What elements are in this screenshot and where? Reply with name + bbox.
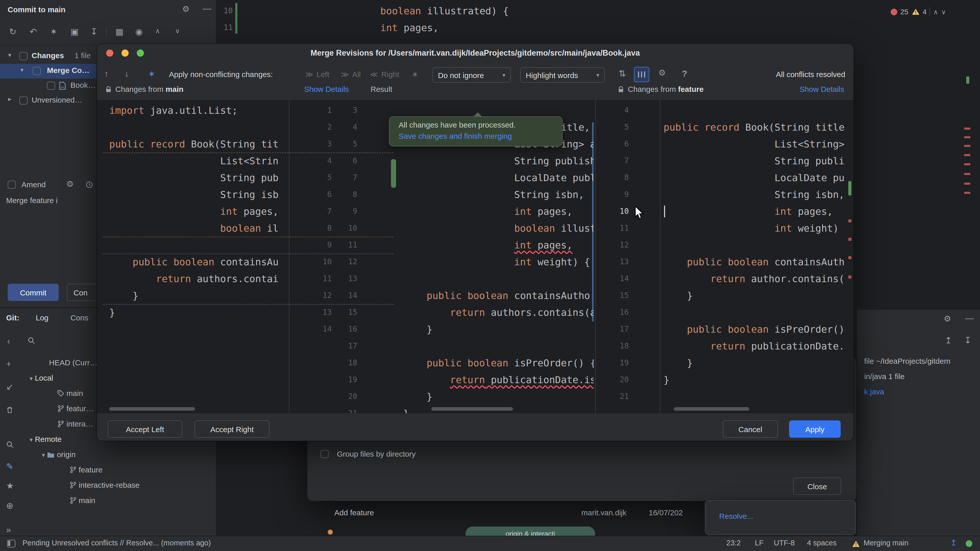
chevron-down-icon[interactable]: ∨ [941,8,946,15]
back-icon[interactable]: ‹ [7,337,10,345]
gear-icon[interactable]: ⚙ [182,5,189,13]
next-change-icon[interactable]: ↓ [124,69,129,78]
edit-icon[interactable]: ✎ [6,462,14,471]
resolve-magic-wand-icon[interactable]: ✶ [148,69,156,79]
notification-dot-icon[interactable] [966,540,972,547]
branch-row-feature[interactable]: featur… [57,402,94,416]
cancel-button[interactable]: Cancel [723,421,778,438]
branch-row-origin-main[interactable]: main [69,493,95,508]
tab-log[interactable]: Log [36,313,48,322]
branch-row-interactive[interactable]: intera… [57,417,93,431]
branch-row-head[interactable]: HEAD (Curr… [49,356,97,370]
branch-group-origin[interactable]: ▾ origin [42,448,76,462]
chevron-down-icon: ▾ [503,72,505,78]
chevron-down-icon[interactable]: ▾ [21,67,24,73]
commit-and-push-button[interactable]: Con [67,284,100,301]
save-and-finish-link[interactable]: Save changes and finish merging [399,132,512,140]
unversioned-checkbox[interactable] [19,97,27,105]
chevron-up-icon[interactable]: ∧ [933,8,938,15]
chevron-down-icon[interactable]: ▾ [8,52,11,58]
branch-row-main[interactable]: main [57,386,83,400]
search-icon[interactable] [27,337,35,345]
history-clock-icon[interactable] [86,181,93,188]
apply-left-label[interactable]: Left [317,70,329,79]
refresh-icon[interactable]: ↻ [9,27,17,36]
left-pane-hscrollbar[interactable] [109,407,195,411]
collapse-all-icon[interactable]: ↧ [964,336,972,345]
problems-widget[interactable]: 25 4 ∧ ∨ [891,5,946,18]
log-row-subject[interactable]: Add feature [334,508,374,517]
gear-icon[interactable]: ⚙ [659,69,666,77]
indent-style[interactable]: 4 spaces [807,539,837,547]
group-by-directory-checkbox[interactable] [321,450,329,458]
highlight-policy-dropdown[interactable]: Highlight words▾ [520,67,605,83]
apply-right-icon[interactable]: ≪ [370,70,378,79]
branch-group-local[interactable]: ▾ Local [30,371,53,385]
trash-icon[interactable] [6,406,13,414]
apply-left-icon[interactable]: ≫ [305,70,313,79]
expand-icon[interactable]: ∧ [155,27,160,34]
changes-checkbox[interactable] [19,52,27,60]
apply-right-label[interactable]: Right [381,70,399,79]
tab-console[interactable]: Cons [70,313,88,322]
mouse-cursor [634,206,645,219]
caret-position[interactable]: 23:2 [726,539,741,547]
branch-row-origin-interactive[interactable]: interactive-rebase [69,478,140,492]
apply-all-icon[interactable]: ≫ [341,70,349,79]
preview-icon[interactable]: ◉ [135,27,143,36]
three-pane-toggle[interactable] [634,67,649,82]
tag-icon [57,390,64,397]
git-branch-widget[interactable]: Merging main [864,539,908,547]
line-separator[interactable]: LF [755,539,764,547]
accept-left-button[interactable]: Accept Left [108,421,182,438]
remotes-icon[interactable]: ⊕ [6,502,14,510]
file-checkbox[interactable] [47,82,55,90]
expand-all-icon[interactable]: ↥ [945,336,952,345]
favorites-icon[interactable]: ★ [6,482,14,490]
editor-line-number: 11 [215,19,233,36]
rollback-icon[interactable]: ↶ [30,27,37,36]
apply-all-label[interactable]: All [352,70,361,79]
ignore-policy-dropdown[interactable]: Do not ignore▾ [432,67,511,83]
merge-conflicts-checkbox[interactable] [33,67,41,75]
collapse-icon[interactable]: ∨ [175,27,180,34]
branch-group-remote[interactable]: ▾ Remote [30,432,62,446]
status-bar: Pending Unresolved conflicts // Resolve.… [0,536,980,551]
resolve-link[interactable]: Resolve... [719,512,753,520]
chevron-right-icon[interactable]: ▸ [8,96,11,102]
amend-checkbox[interactable] [8,181,16,189]
wand-icon[interactable]: ✶ [50,27,57,36]
commit-options-gear-icon[interactable]: ⚙ [66,180,74,188]
gear-icon[interactable]: ⚙ [944,315,951,323]
close-button[interactable]: Close [793,478,841,495]
commit-button[interactable]: Commit [8,284,59,301]
right-pane-hscrollbar[interactable] [674,407,749,411]
checkout-icon[interactable]: ↙ [6,383,14,391]
search-hash-icon[interactable] [6,441,14,448]
minimize-icon[interactable]: — [203,4,211,13]
more-icon[interactable]: » [6,526,11,534]
get-from-vcs-icon[interactable]: ↧ [90,27,98,36]
branch-row-origin-feature[interactable]: feature [69,463,103,477]
result-pane-hscrollbar[interactable] [431,407,513,411]
collapse-unchanged-icon[interactable]: ⇅ [619,69,626,78]
result-pane-code[interactable]: public record Book(String title, List<St… [393,102,593,413]
status-message[interactable]: Pending Unresolved conflicts // Resolve.… [22,539,211,547]
file-encoding[interactable]: UTF-8 [774,539,795,547]
commit-message-input[interactable]: Merge feature i [6,196,58,205]
apply-button[interactable]: Apply [789,421,841,438]
details-file-link[interactable]: k.java [864,387,884,396]
left-show-details-link[interactable]: Show Details [304,85,349,94]
update-arrow-icon[interactable]: ↥ [950,538,957,548]
left-pane-code[interactable]: import java.util.List;public record Book… [103,102,289,413]
right-pane-code[interactable]: public record Book(String title List<Str… [662,102,851,413]
right-show-details-link[interactable]: Show Details [800,85,844,94]
help-icon[interactable]: ? [682,69,687,78]
previous-change-icon[interactable]: ↑ [104,69,108,78]
copy-icon[interactable]: ▣ [70,27,79,36]
group-by-icon[interactable]: ▦ [115,27,124,36]
accept-right-button[interactable]: Accept Right [194,421,269,438]
hide-panel-icon[interactable]: — [965,314,974,322]
tool-window-bars-icon[interactable] [7,540,15,548]
add-icon[interactable]: + [6,360,11,368]
